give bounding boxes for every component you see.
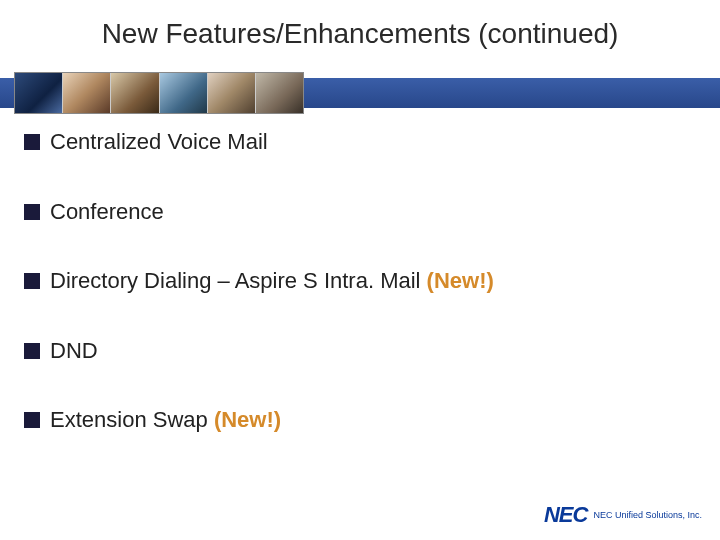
- square-bullet-icon: [24, 134, 40, 150]
- list-item-text: Conference: [50, 198, 696, 226]
- banner-photo: [15, 73, 63, 113]
- list-item-text: Directory Dialing – Aspire S Intra. Mail…: [50, 267, 696, 295]
- slide-title: New Features/Enhancements (continued): [0, 18, 720, 50]
- list-item: Extension Swap (New!): [24, 406, 696, 434]
- nec-subtext: NEC Unified Solutions, Inc.: [593, 511, 702, 520]
- square-bullet-icon: [24, 343, 40, 359]
- bullet-text: Conference: [50, 199, 164, 224]
- nec-brand-mark: NEC: [544, 502, 587, 528]
- square-bullet-icon: [24, 204, 40, 220]
- list-item: Directory Dialing – Aspire S Intra. Mail…: [24, 267, 696, 295]
- banner-photo: [111, 73, 159, 113]
- banner-photo: [160, 73, 208, 113]
- banner-photo: [256, 73, 303, 113]
- square-bullet-icon: [24, 273, 40, 289]
- list-item-text: DND: [50, 337, 696, 365]
- list-item: Centralized Voice Mail: [24, 128, 696, 156]
- list-item-text: Extension Swap (New!): [50, 406, 696, 434]
- bullet-text: Directory Dialing – Aspire S Intra. Mail: [50, 268, 427, 293]
- bullet-text: Extension Swap: [50, 407, 214, 432]
- bullet-text: Centralized Voice Mail: [50, 129, 268, 154]
- nec-logo: NEC NEC Unified Solutions, Inc.: [544, 502, 702, 528]
- banner-photo-strip: [14, 72, 304, 114]
- list-item: Conference: [24, 198, 696, 226]
- banner-strip: [0, 70, 720, 116]
- banner-photo: [63, 73, 111, 113]
- bullet-text: DND: [50, 338, 98, 363]
- new-tag: (New!): [427, 268, 494, 293]
- banner-photo: [208, 73, 256, 113]
- list-item-text: Centralized Voice Mail: [50, 128, 696, 156]
- bullet-list: Centralized Voice Mail Conference Direct…: [24, 128, 696, 476]
- new-tag: (New!): [214, 407, 281, 432]
- list-item: DND: [24, 337, 696, 365]
- square-bullet-icon: [24, 412, 40, 428]
